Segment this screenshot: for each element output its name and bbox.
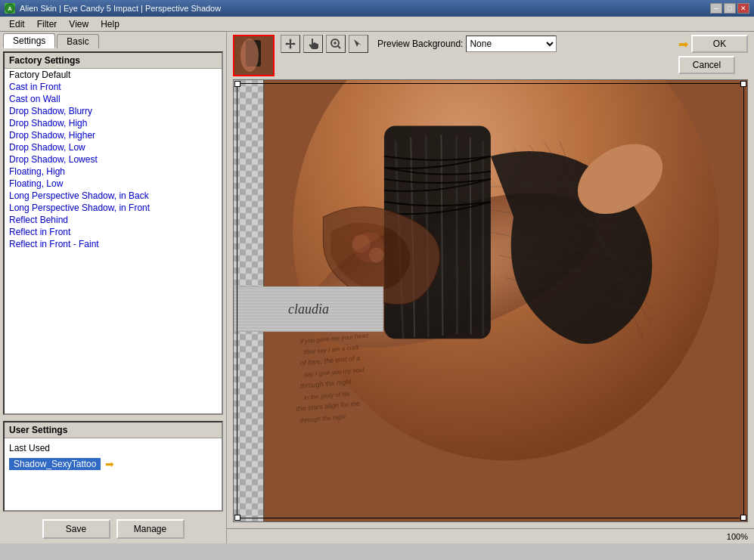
- svg-point-4: [240, 39, 259, 72]
- list-item-factory-default[interactable]: Factory Default: [5, 69, 222, 81]
- user-settings-content: Last Used Shadow_SexyTattoo ➡: [5, 438, 222, 473]
- selected-user-setting[interactable]: Shadow_SexyTattoo: [9, 458, 101, 470]
- ok-button[interactable]: OK: [691, 35, 748, 53]
- thumbnail-image: [234, 36, 273, 75]
- selected-user-label: Shadow_SexyTattoo: [14, 459, 96, 469]
- list-item-reflect-behind[interactable]: Reflect Behind: [5, 214, 222, 226]
- user-settings-section: User Settings Last Used Shadow_SexyTatto…: [3, 421, 223, 512]
- claudia-watermark-area: claudia: [234, 184, 383, 228]
- app-icon: A: [5, 3, 15, 14]
- save-button[interactable]: Save: [42, 519, 110, 539]
- preview-area: i am, i am a song if you gave me your he…: [233, 79, 748, 522]
- title-bar: A Alien Skin | Eye Candy 5 Impact | Pers…: [0, 0, 754, 17]
- status-bar: 100%: [227, 528, 754, 543]
- settings-list[interactable]: Factory Default Cast in Front Cast on Wa…: [5, 69, 222, 413]
- right-panel: Preview Background: None White Black Gra…: [227, 32, 754, 543]
- menu-help[interactable]: Help: [95, 18, 126, 30]
- ok-arrow-icon: ➡: [678, 37, 688, 51]
- menu-bar: Edit Filter View Help: [0, 17, 754, 32]
- tab-basic[interactable]: Basic: [57, 34, 98, 48]
- list-item-drop-shadow-higher[interactable]: Drop Shadow, Higher: [5, 129, 222, 141]
- toolbar-icons: Preview Background: None White Black Gra…: [281, 35, 672, 53]
- maximize-button[interactable]: □: [724, 3, 736, 14]
- svg-line-17: [457, 137, 458, 335]
- menu-edit[interactable]: Edit: [3, 18, 31, 30]
- ok-button-wrapper: ➡ OK: [678, 35, 748, 53]
- tab-bar: Settings Basic: [0, 32, 226, 48]
- list-item-drop-shadow-low[interactable]: Drop Shadow, Low: [5, 141, 222, 153]
- claudia-text: claudia: [234, 286, 383, 332]
- list-item-floating-low[interactable]: Floating, Low: [5, 178, 222, 190]
- minimize-button[interactable]: ─: [710, 3, 722, 14]
- right-top-bar: Preview Background: None White Black Gra…: [227, 32, 754, 79]
- svg-point-22: [369, 248, 384, 263]
- preview-bg-select[interactable]: None White Black Gray: [466, 36, 557, 52]
- tab-settings[interactable]: Settings: [3, 33, 55, 48]
- window-controls: ─ □ ✕: [710, 3, 749, 14]
- list-item-cast-in-front[interactable]: Cast in Front: [5, 81, 222, 93]
- panel-buttons: Save Manage: [0, 515, 226, 543]
- settings-scroll-container: Factory Default Cast in Front Cast on Wa…: [5, 69, 222, 413]
- svg-line-6: [338, 46, 341, 49]
- zoom-icon[interactable]: [326, 35, 346, 53]
- factory-settings-header: Factory Settings: [5, 53, 222, 69]
- last-used-label: Last Used: [9, 441, 217, 455]
- list-item-drop-shadow-lowest[interactable]: Drop Shadow, Lowest: [5, 153, 222, 166]
- window-title: Alien Skin | Eye Candy 5 Impact | Perspe…: [20, 4, 710, 13]
- list-item-reflect-in-front-faint[interactable]: Reflect in Front - Faint: [5, 238, 222, 250]
- svg-point-21: [352, 234, 371, 252]
- arrow-right-icon: ➡: [105, 458, 114, 470]
- list-item-cast-on-wall[interactable]: Cast on Wall: [5, 93, 222, 105]
- select-icon[interactable]: [349, 35, 368, 53]
- left-panel: Settings Basic Factory Settings Factory …: [0, 32, 227, 543]
- list-item-long-perspective-front[interactable]: Long Perspective Shadow, in Front: [5, 202, 222, 214]
- list-item-long-perspective-back[interactable]: Long Perspective Shadow, in Back: [5, 190, 222, 202]
- user-settings-header: User Settings: [5, 422, 222, 438]
- menu-view[interactable]: View: [63, 18, 95, 30]
- svg-line-18: [470, 138, 471, 335]
- factory-settings-section: Factory Settings Factory Default Cast in…: [3, 51, 223, 415]
- ok-cancel-group: ➡ OK Cancel: [678, 35, 748, 74]
- pan-icon[interactable]: [303, 35, 323, 53]
- list-item-reflect-in-front[interactable]: Reflect in Front: [5, 226, 222, 238]
- move-icon[interactable]: [281, 35, 300, 53]
- thumbnail-preview: [233, 35, 275, 76]
- preview-bg-label: Preview Background:: [377, 39, 463, 49]
- svg-text:A: A: [8, 6, 11, 11]
- list-item-drop-shadow-high[interactable]: Drop Shadow, High: [5, 117, 222, 129]
- manage-button[interactable]: Manage: [116, 519, 185, 539]
- zoom-level: 100%: [727, 532, 748, 541]
- list-item-drop-shadow-blurry[interactable]: Drop Shadow, Blurry: [5, 105, 222, 117]
- close-button[interactable]: ✕: [737, 3, 749, 14]
- cancel-button[interactable]: Cancel: [678, 56, 735, 74]
- menu-filter[interactable]: Filter: [31, 18, 64, 30]
- main-area: Settings Basic Factory Settings Factory …: [0, 32, 754, 543]
- list-item-floating-high[interactable]: Floating, High: [5, 166, 222, 178]
